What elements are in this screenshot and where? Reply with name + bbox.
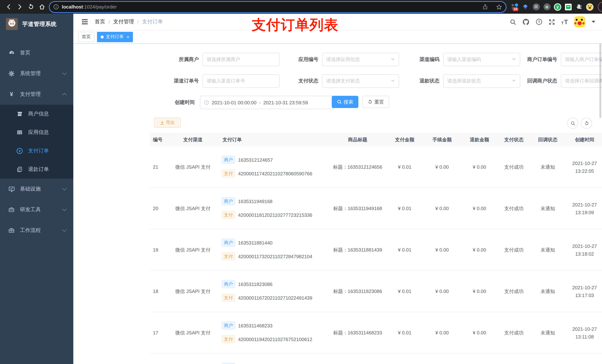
merchant-order-line: 商户1635311468233	[222, 321, 329, 330]
collapse-sidebar-icon[interactable]	[78, 16, 91, 28]
emoji-extension-icon[interactable]	[586, 3, 593, 10]
sidebar-item-label: 工作流程	[20, 227, 41, 234]
site-info-icon[interactable]	[53, 4, 59, 10]
tab-首页[interactable]: 首页	[78, 32, 94, 42]
search-button[interactable]: 搜索	[332, 96, 358, 108]
sidebar-item-7[interactable]: 基础设施	[0, 179, 73, 199]
breadcrumb-item[interactable]: 支付管理	[113, 19, 134, 25]
sidebar-item-8[interactable]: 研发工具	[0, 199, 73, 220]
pay-tag: 支付	[222, 252, 235, 260]
home-icon[interactable]	[36, 1, 47, 12]
pay-channel-cell: 微信 JSAPI 支付	[168, 146, 217, 188]
close-icon[interactable]: ×	[127, 35, 129, 39]
browser-update-button[interactable]: 更新	[598, 2, 602, 12]
svg-text:?: ?	[538, 20, 540, 24]
command-extension-icon[interactable]: ⌘	[532, 3, 540, 10]
help-icon[interactable]: ?	[536, 19, 542, 25]
filter-input[interactable]: 请选择所属商户	[203, 53, 280, 66]
filter-label: 渠道编码	[391, 53, 440, 66]
merchant-tag: 商户	[222, 197, 235, 205]
page-content: 所属商户请选择所属商户应用编号请选择应用信息渠道编码请输入渠道编码商户订单编号请…	[73, 44, 602, 364]
column-header-0: 编号	[150, 133, 168, 146]
pay-status-cell: 支付成功	[498, 188, 530, 229]
yapi-extension-icon[interactable]: y	[554, 3, 561, 10]
fullscreen-icon[interactable]	[549, 19, 555, 25]
merchant-order-line: 商户1635311881440	[222, 238, 329, 247]
column-header-2: 支付订单	[217, 133, 329, 146]
product-title-cell: 标题：1635311468233	[329, 312, 387, 354]
export-button[interactable]: 导出	[154, 118, 181, 128]
product-title-cell: 标题：1635311823086	[329, 270, 387, 312]
sidebar-item-label: 研发工具	[20, 207, 41, 213]
sidebar-menu: 首页系统管理¥支付管理商户信息应用信息¥支付订单退款订单基础设施研发工具工作流程	[0, 42, 73, 241]
forward-icon[interactable]	[14, 1, 25, 12]
font-size-icon[interactable]: TT	[561, 19, 568, 25]
scrollbar[interactable]	[599, 33, 601, 118]
search-icon[interactable]	[510, 19, 516, 25]
clock-icon	[204, 100, 209, 105]
address-bar[interactable]: localhost:1024/pay/order	[50, 2, 506, 12]
tag-manager-extension-icon[interactable]: 10	[511, 3, 518, 10]
created-time-cell: 2021-10-2713:19:09	[565, 188, 602, 229]
breadcrumb-item[interactable]: 首页	[95, 19, 105, 25]
toggle-search-button[interactable]	[567, 118, 578, 129]
create-time-range-input[interactable]: 2021-10-01 00:00:00 - 2021-10-31 23:59:5…	[200, 96, 334, 109]
tab-支付订单[interactable]: 支付订单×	[97, 32, 133, 42]
back-icon[interactable]	[3, 1, 14, 12]
sidebar-item-2[interactable]: ¥支付管理	[0, 84, 73, 105]
sidebar-item-1[interactable]: 系统管理	[0, 63, 73, 84]
github-icon[interactable]	[522, 18, 529, 25]
extensions-puzzle-icon[interactable]	[575, 3, 583, 10]
reset-button[interactable]: 重置	[363, 96, 389, 108]
pay-tag: 支付	[222, 169, 235, 177]
reload-icon[interactable]	[25, 1, 36, 12]
logo-avatar	[6, 18, 18, 30]
bookmark-star-icon[interactable]	[496, 4, 502, 10]
app-logo[interactable]: 芋道管理系统	[0, 14, 73, 34]
pay-order-cell: 商户1635311951796	[217, 354, 329, 364]
filter-label-create-time: 创建时间	[146, 96, 195, 109]
chevron-up-icon	[62, 93, 67, 97]
filter-input[interactable]: 请输入商户订单编号	[561, 53, 602, 66]
filter-select[interactable]: 请选择支付状态	[322, 74, 399, 88]
annotation-title: 支付订单列表	[252, 16, 338, 34]
sidebar-item-5[interactable]: ¥支付订单	[0, 142, 73, 160]
created-date: 2021-10-27	[565, 325, 602, 333]
chat-extension-icon[interactable]	[565, 3, 572, 10]
sidebar-item-9[interactable]: 工作流程	[0, 220, 73, 241]
sidebar-item-0[interactable]: 首页	[0, 42, 73, 63]
breadcrumb-separator: /	[108, 19, 110, 25]
share-icon[interactable]	[483, 4, 488, 10]
sidebar-item-6[interactable]: 退款订单	[0, 160, 73, 179]
avatar[interactable]	[574, 16, 585, 27]
product-title-cell: 标题：1635312124656	[329, 146, 387, 188]
order-id-cell: 21	[150, 146, 168, 188]
column-header-8: 回调状态	[530, 133, 565, 146]
yen-icon: ¥	[8, 91, 15, 98]
column-header-6: 退款金额	[461, 133, 498, 146]
filter-select[interactable]: 请选择应用信息	[322, 53, 399, 66]
created-time-cell: 2021-10-2713:11:08	[565, 312, 602, 354]
order-id-cell: 18	[150, 270, 168, 312]
filter-input[interactable]: 请输入渠道订单号	[203, 74, 280, 88]
gem-extension-icon[interactable]	[522, 3, 529, 10]
merchant-order-no: 1635311949168	[238, 198, 272, 204]
refresh-table-button[interactable]	[581, 118, 592, 129]
pay-amount-cell: ¥ 0.01	[387, 312, 423, 354]
sidebar-item-4[interactable]: 应用信息	[0, 123, 73, 142]
chevron-down-icon	[62, 71, 67, 75]
workflow-icon	[8, 227, 15, 234]
pay-order-cell: 商户1635311823086支付42000011672021102710224…	[217, 270, 329, 312]
breadcrumb-item: 支付订单	[142, 19, 163, 25]
created-clock: 13:11:08	[565, 333, 602, 341]
dashboard-icon	[8, 50, 15, 56]
download-icon	[160, 120, 164, 125]
placeholder-text: 请选择订单回调商户状态	[565, 78, 602, 84]
recorder-extension-icon[interactable]	[543, 3, 550, 10]
merchant-order-line: 商户1635312124657	[222, 155, 329, 164]
fee-amount-cell: ¥ 0.00	[423, 146, 461, 188]
sidebar-item-3[interactable]: 商户信息	[0, 105, 73, 123]
table-row: 商户1635311951796	[150, 354, 602, 364]
chevron-down-icon[interactable]	[592, 21, 595, 23]
filter-select[interactable]: 请选择订单回调商户状态	[561, 74, 602, 88]
